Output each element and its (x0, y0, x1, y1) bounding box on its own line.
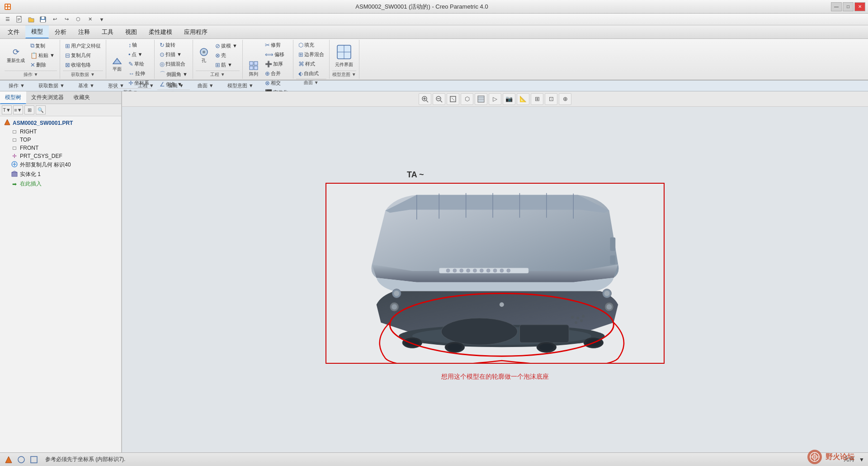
svg-rect-1 (5, 5, 7, 6)
menu-file[interactable]: 文件 (2, 26, 25, 38)
titlebar-left (3, 2, 13, 11)
tree-item-front[interactable]: □ FRONT (0, 144, 121, 152)
window-controls: — □ ✕ (831, 2, 865, 11)
menu-model[interactable]: 模型 (25, 25, 49, 38)
round-button[interactable]: ⌒倒圆角 ▼ (157, 69, 190, 79)
zoom-fit-button[interactable] (447, 93, 459, 105)
qb-redo[interactable]: ↪ (61, 15, 71, 24)
zoom-out-view-button[interactable] (433, 93, 445, 105)
tree-font-button[interactable]: T▼ (2, 105, 12, 114)
view-screenshot-button[interactable]: 📷 (503, 93, 515, 105)
tree-item-top[interactable]: □ TOP (0, 136, 121, 144)
plane-button[interactable]: 平面 (109, 54, 125, 74)
rs-surface[interactable]: 曲面 ▼ (191, 81, 221, 90)
sb-icon-2[interactable] (16, 455, 26, 465)
regen-button[interactable]: ⟳ 重新生成 (5, 46, 27, 65)
tree-cols-button[interactable]: ≡▼ (13, 105, 23, 114)
qb-save[interactable] (38, 15, 48, 24)
menu-view[interactable]: 视图 (119, 26, 143, 38)
view-shading-button[interactable]: ▷ (489, 93, 501, 105)
view-section-button[interactable]: ⊡ (545, 93, 557, 105)
hole-button[interactable]: 孔 (196, 46, 212, 65)
copy-geom-button[interactable]: ⊟复制几何 (63, 51, 103, 60)
sb-icon-1[interactable] (4, 455, 14, 465)
tree-search-button[interactable]: 🔍 (36, 105, 46, 114)
freestyle-button[interactable]: ⬖自由式 (296, 69, 326, 78)
statusbar-dropdown[interactable]: ▼ (859, 456, 864, 463)
view-settings-button[interactable]: ⊕ (559, 93, 571, 105)
viewport-inner: TA ~ 想用这个模型在的轮廓做一个泡沫底座 (122, 107, 868, 452)
swept-blend-button[interactable]: ◎扫描混合 (157, 60, 190, 68)
rs-edit[interactable]: 编辑 ▼ (161, 81, 191, 90)
delete-button[interactable]: ✕删除 (28, 61, 57, 69)
qb-undo[interactable]: ↩ (50, 15, 60, 24)
menu-applications[interactable]: 应用程序 (178, 26, 213, 38)
tab-favorites[interactable]: 收藏夹 (69, 91, 95, 104)
sb-icon-3[interactable] (29, 455, 39, 465)
paste-button[interactable]: 📋粘贴 ▼ (28, 51, 57, 60)
revolve-button[interactable]: ↻旋转 (157, 41, 190, 49)
qb-close[interactable]: ✕ (85, 15, 95, 24)
tree-item-ext-copy[interactable]: 外部复制几何 标识40 (0, 160, 121, 170)
offset-button[interactable]: ⟺偏移 (263, 50, 290, 59)
tree-item-solid[interactable]: 实体化 1 (0, 170, 121, 179)
svg-point-69 (460, 269, 463, 272)
tree-item-insert[interactable]: ➡ 在此插入 (0, 179, 121, 189)
view-orient-button[interactable]: ⬡ (461, 93, 473, 105)
shell-button[interactable]: ⊗壳 (213, 51, 240, 60)
axis-button[interactable]: ↕轴 (126, 41, 151, 49)
extrude-button[interactable]: ↔拉伸 (126, 69, 151, 78)
pattern-button[interactable]: 阵列 (245, 59, 262, 79)
draft-button[interactable]: ⊘拔模 ▼ (213, 42, 240, 50)
minimize-button[interactable]: — (831, 2, 842, 11)
tree-add-button[interactable]: ⊞ (24, 105, 34, 114)
maximize-button[interactable]: □ (843, 2, 854, 11)
view-analysis-button[interactable]: 📐 (517, 93, 529, 105)
model-canvas (326, 183, 665, 364)
tab-folder-browser[interactable]: 文件夹浏览器 (26, 91, 69, 104)
menu-tools[interactable]: 工具 (96, 26, 119, 38)
shrinkwrap-button[interactable]: ⊠收缩包络 (63, 61, 103, 69)
point-button[interactable]: •点 ▼ (126, 50, 151, 59)
rs-getData[interactable]: 获取数据 ▼ (32, 81, 71, 90)
sketch-button[interactable]: ✎草绘 (126, 60, 151, 68)
tab-model-tree[interactable]: 模型树 (0, 91, 26, 104)
rs-operations[interactable]: 操作 ▼ (2, 81, 32, 90)
qb-regen[interactable]: ⬡ (73, 15, 83, 24)
qb-new[interactable] (14, 15, 24, 24)
sweep-button[interactable]: ⊙扫描 ▼ (157, 50, 190, 59)
boundary-blend-button[interactable]: ⊞边界混合 (296, 50, 326, 59)
swept-blend-icon: ◎ (160, 61, 165, 67)
component-interface-button[interactable]: 元件界面 (333, 42, 355, 69)
thicken-button[interactable]: ➕加厚 (263, 60, 290, 68)
rib-button[interactable]: ⊞筋 ▼ (213, 61, 240, 69)
merge-button[interactable]: ⊕合并 (263, 69, 290, 78)
view-display-button[interactable] (475, 93, 487, 105)
rs-datum[interactable]: 基准 ▼ (71, 81, 101, 90)
rs-shape[interactable]: 形状 ▼ (101, 81, 131, 90)
titlebar: ASM0002_SW0001 (活动的) - Creo Parametric 4… (0, 0, 868, 14)
menu-flexible[interactable]: 柔性建模 (143, 26, 178, 38)
qb-open[interactable] (26, 15, 36, 24)
view-layer-button[interactable]: ⊞ (531, 93, 543, 105)
zoom-in-view-button[interactable] (419, 93, 431, 105)
copy-button[interactable]: ⧉复制 (28, 41, 57, 50)
qb-menu[interactable]: ☰ (3, 15, 13, 24)
close-button[interactable]: ✕ (854, 2, 865, 11)
menu-analysis[interactable]: 分析 (49, 26, 72, 38)
tree-item-right[interactable]: □ RIGHT (0, 128, 121, 136)
menu-annotation[interactable]: 注释 (72, 26, 96, 38)
rs-modelintent[interactable]: 模型意图 ▼ (221, 81, 260, 90)
trim-button[interactable]: ✂修剪 (263, 41, 290, 49)
fill-button[interactable]: ⬡填充 (296, 41, 326, 49)
3d-viewport[interactable]: TA ~ 想用这个模型在的轮廓做一个泡沫底座 (122, 107, 868, 452)
svg-rect-17 (250, 66, 253, 70)
rs-engineering[interactable]: 工程 ▼ (131, 81, 161, 90)
revolve-icon: ↻ (160, 42, 165, 48)
tree-item-root[interactable]: ASM0002_SW0001.PRT (0, 118, 121, 128)
user-feature-button[interactable]: ⊞用户定义特征 (63, 42, 103, 50)
qb-more[interactable]: ▼ (97, 15, 107, 24)
intersect-button[interactable]: ⊗相交 (263, 79, 290, 87)
tree-item-csys[interactable]: ✛ PRT_CSYS_DEF (0, 152, 121, 160)
style-button[interactable]: ⌘样式 (296, 60, 326, 68)
